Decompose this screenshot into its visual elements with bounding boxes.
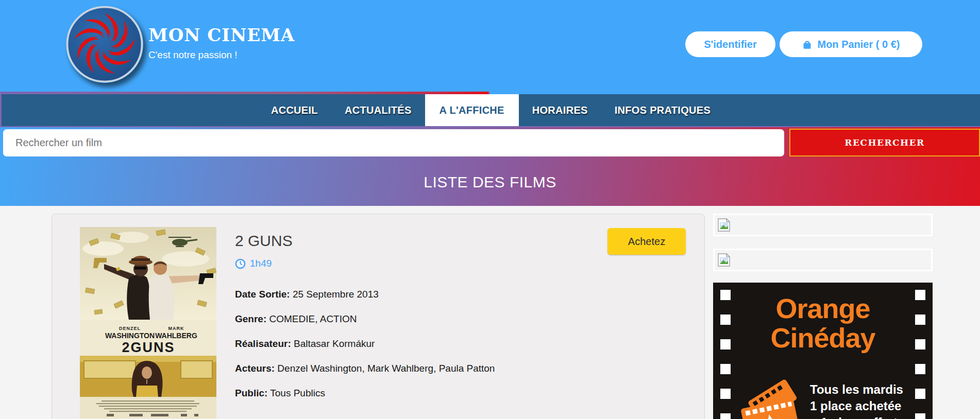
detail-value: Tous Publics	[270, 388, 325, 398]
film-duration: 1h49	[250, 258, 272, 269]
detail-public: Public: Tous Publics	[235, 388, 692, 399]
detail-acteurs: Acteurs: Denzel Washington, Mark Wahlber…	[235, 363, 692, 374]
search-input[interactable]	[3, 129, 784, 156]
page-banner: LISTE DES FILMS	[0, 159, 980, 206]
signin-button[interactable]: S'identifier	[685, 31, 775, 57]
sidebar: Orange Cinéday	[713, 214, 933, 419]
detail-genre: Genre: COMEDIE, ACTION	[235, 313, 692, 325]
ad-promo-row: Tous les mardis 1 place achetée = 1 plac…	[713, 371, 933, 419]
cinema-logo[interactable]	[66, 6, 143, 83]
detail-value: 25 Septembre 2013	[293, 289, 379, 300]
detail-value: COMEDIE, ACTION	[269, 313, 357, 324]
poster-actor2-last: WAHLBERG	[155, 331, 197, 340]
main-content: DENZEL MARK WASHINGTON WAHLBERG 2GUNS	[0, 206, 980, 419]
ad-promo-line3: = 1 place offerte	[810, 414, 913, 419]
ad-promo-line1: Tous les mardis	[810, 381, 913, 398]
orange-cineday-logo: Orange Cinéday	[713, 294, 933, 353]
broken-image-icon	[717, 218, 731, 232]
buy-button[interactable]: Achetez	[607, 228, 686, 255]
hero-gradient-section: RECHERCHER LISTE DES FILMS	[0, 127, 980, 206]
orange-cineday-ad[interactable]: Orange Cinéday	[713, 283, 933, 419]
poster-actor2-first: MARK	[168, 326, 184, 331]
page-title: LISTE DES FILMS	[424, 173, 556, 191]
poster-title: 2GUNS	[122, 340, 175, 355]
detail-label: Genre:	[235, 313, 266, 324]
detail-label: Public:	[235, 388, 267, 398]
spiral-logo-icon	[66, 6, 143, 83]
ad-promo-text: Tous les mardis 1 place achetée = 1 plac…	[810, 381, 913, 419]
detail-date-sortie: Date Sortie: 25 Septembre 2013	[235, 289, 692, 300]
film-info: 2 GUNS Achetez 1h49 Date Sortie: 25 Sept…	[235, 227, 692, 419]
shopping-bag-icon	[802, 39, 813, 50]
detail-label: Date Sortie:	[235, 289, 290, 300]
main-navigation: ACCUEIL ACTUALITÉS A L'AFFICHE HORAIRES …	[0, 94, 980, 127]
nav-item-accueil[interactable]: ACCUEIL	[258, 94, 331, 126]
detail-value: Denzel Washington, Mark Wahlberg, Paula …	[277, 363, 495, 374]
film-poster-image: DENZEL MARK WASHINGTON WAHLBERG 2GUNS	[80, 227, 216, 418]
header: MON CINEMA C'est notre passion ! S'ident…	[0, 0, 980, 92]
nav-item-actualites[interactable]: ACTUALITÉS	[331, 94, 425, 126]
cinema-tickets-icon	[740, 371, 807, 419]
clock-icon	[235, 258, 246, 269]
detail-realisateur: Réalisateur: Baltasar Kormákur	[235, 338, 692, 350]
site-title: MON CINEMA	[148, 25, 295, 45]
detail-label: Acteurs:	[235, 363, 275, 374]
nav-item-infos-pratiques[interactable]: INFOS PRATIQUES	[601, 94, 724, 126]
filmstrip-left	[720, 290, 731, 419]
site-tagline: C'est notre passion !	[148, 49, 295, 61]
search-bar: RECHERCHER	[0, 127, 980, 159]
film-card: DENZEL MARK WASHINGTON WAHLBERG 2GUNS	[52, 214, 705, 419]
brand-block: MON CINEMA C'est notre passion !	[148, 25, 295, 61]
nav-item-a-laffiche[interactable]: A L'AFFICHE	[425, 94, 519, 126]
broken-image-icon	[717, 253, 731, 267]
cart-button[interactable]: Mon Panier ( 0 €)	[780, 31, 922, 57]
sidebar-ad-link-1[interactable]	[713, 214, 933, 236]
detail-value: Baltasar Kormákur	[294, 338, 375, 349]
nav-item-horaires[interactable]: HORAIRES	[519, 94, 601, 126]
cart-label: Mon Panier ( 0 €)	[817, 39, 900, 50]
film-details: Date Sortie: 25 Septembre 2013 Genre: CO…	[235, 289, 692, 399]
detail-label: Réalisateur:	[235, 338, 291, 349]
ad-promo-line2: 1 place achetée	[810, 398, 913, 414]
duration-row: 1h49	[235, 258, 692, 269]
ad-brand-line1: Orange	[713, 294, 933, 323]
ad-brand-line2: Cinéday	[713, 323, 933, 353]
sidebar-ad-link-2[interactable]	[713, 249, 933, 271]
filmstrip-right	[915, 290, 925, 419]
poster-actor1-last: WASHINGTON	[105, 331, 155, 340]
search-button[interactable]: RECHERCHER	[789, 129, 980, 156]
poster-actor1-first: DENZEL	[119, 326, 141, 331]
actress	[132, 361, 163, 397]
